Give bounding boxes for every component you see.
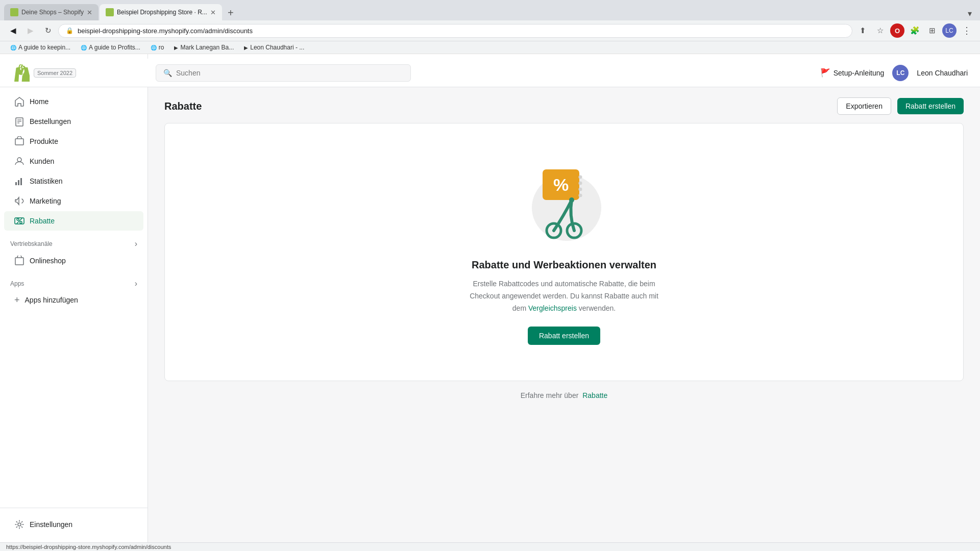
nav-home[interactable]: Home: [4, 92, 143, 111]
header-right: 🚩 Setup-Anleitung LC Leon Chaudhari: [820, 65, 968, 81]
shopify-header: Sommer 2022 🔍 🚩 Setup-Anleitung LC Leon …: [0, 59, 980, 87]
shopify-season-badge: Sommer 2022: [34, 68, 76, 78]
svg-point-35: [579, 188, 582, 191]
bookmark-3[interactable]: 🌐 ro: [146, 43, 168, 52]
main-page-header: Rabatte Exportieren Rabatt erstellen: [148, 87, 980, 123]
tab2-favicon: [106, 8, 114, 16]
nav-orders-label: Bestellungen: [30, 117, 71, 126]
svg-point-24: [17, 218, 19, 220]
tab1-favicon: [10, 8, 18, 16]
header-search-icon: 🔍: [163, 69, 172, 77]
tab1-title: Deine Shops – Shopify: [21, 9, 84, 16]
bookmark-4[interactable]: ▶ Mark Lanegan Ba...: [170, 43, 238, 52]
svg-point-25: [20, 221, 22, 223]
nav-settings-label: Einstellungen: [30, 520, 72, 529]
forward-button[interactable]: ▶: [23, 23, 38, 38]
customers-nav-icon: [14, 156, 24, 166]
apps-section-chevron[interactable]: ›: [135, 279, 137, 288]
svg-point-34: [579, 182, 582, 185]
learn-more-link-main[interactable]: Rabatte: [582, 391, 607, 399]
apps-section-label: Apps: [10, 280, 24, 287]
nav-settings[interactable]: Einstellungen: [4, 515, 143, 534]
svg-text:%: %: [553, 175, 569, 194]
svg-point-37: [569, 197, 574, 203]
nav-discounts-active[interactable]: Rabatte: [4, 211, 143, 231]
shopify-logo-area[interactable]: Sommer 2022: [12, 64, 148, 82]
share-button[interactable]: ⬆: [855, 23, 870, 38]
svg-rect-23: [20, 178, 22, 185]
main-export-button[interactable]: Exportieren: [837, 97, 891, 115]
sidebar-toggle[interactable]: ⊞: [925, 23, 939, 38]
browser-toolbar: ◀ ▶ ↻ 🔒 beispiel-dropshipping-store.mysh…: [0, 20, 980, 41]
tab2-close[interactable]: ✕: [210, 9, 216, 16]
svg-rect-21: [15, 182, 17, 185]
sidebar-settings-footer: Einstellungen: [0, 508, 148, 541]
bookmark-button[interactable]: ☆: [873, 23, 887, 38]
main-cta-button[interactable]: Rabatt erstellen: [528, 327, 600, 345]
vergleichspreis-link-main[interactable]: Vergleichspreis: [528, 304, 577, 312]
browser-tab-inactive[interactable]: Deine Shops – Shopify ✕: [4, 4, 99, 20]
svg-rect-22: [18, 180, 19, 185]
main-create-button[interactable]: Rabatt erstellen: [897, 98, 964, 114]
main-card: %: [164, 123, 964, 381]
shopify-main-logo: [14, 64, 30, 82]
bottom-status-bar: https://beispiel-dropshipping-store.mysh…: [0, 542, 980, 551]
nav-online-shop[interactable]: Onlineshop: [4, 251, 143, 270]
bookmark-2[interactable]: 🌐 A guide to Profits...: [77, 43, 144, 52]
online-shop-nav-icon: [14, 256, 24, 266]
nav-statistics[interactable]: Statistiken: [4, 171, 143, 191]
browser-chrome: Deine Shops – Shopify ✕ Beispiel Dropshi…: [0, 0, 980, 54]
bookmarks-bar: 🌐 A guide to keepin... 🌐 A guide to Prof…: [0, 41, 980, 54]
svg-point-33: [579, 176, 582, 179]
extensions-button[interactable]: 🧩: [908, 23, 922, 38]
main-sidebar: Home Bestellungen Produkte Kunden Statis…: [0, 87, 148, 541]
address-text: beispiel-dropshipping-store.myshopify.co…: [78, 27, 845, 35]
marketing-nav-icon: [14, 196, 24, 206]
browser-tab-active[interactable]: Beispiel Dropshipping Store · R... ✕: [100, 4, 222, 20]
nav-add-apps-label: Apps hinzufügen: [25, 296, 78, 304]
bookmark-5[interactable]: ▶ Leon Chaudhari - ...: [240, 43, 308, 52]
main-empty-title: Rabatte und Werbeaktionen verwalten: [472, 259, 656, 271]
browser-tabs-bar: Deine Shops – Shopify ✕ Beispiel Dropshi…: [0, 0, 980, 20]
address-bar[interactable]: 🔒 beispiel-dropshipping-store.myshopify.…: [58, 24, 852, 38]
menu-button[interactable]: ⋮: [960, 23, 974, 38]
main-header-actions: Exportieren Rabatt erstellen: [837, 97, 964, 115]
nav-orders[interactable]: Bestellungen: [4, 112, 143, 131]
nav-home-label: Home: [30, 97, 48, 106]
nav-online-shop-label: Onlineshop: [30, 257, 66, 265]
nav-marketing-label: Marketing: [30, 197, 61, 205]
vertriebskanale-chevron[interactable]: ›: [135, 239, 137, 248]
nav-marketing[interactable]: Marketing: [4, 191, 143, 211]
main-illustration: %: [518, 154, 610, 245]
profile-button[interactable]: LC: [942, 23, 957, 38]
statistics-nav-icon: [14, 176, 24, 186]
bookmark-1[interactable]: 🌐 A guide to keepin...: [6, 43, 75, 52]
svg-point-36: [579, 194, 582, 197]
nav-discounts-label: Rabatte: [30, 217, 55, 225]
main-page: Rabatte Exportieren Rabatt erstellen %: [148, 87, 980, 541]
lock-icon: 🔒: [66, 27, 74, 34]
header-search-bar[interactable]: 🔍: [156, 64, 411, 82]
user-name[interactable]: Leon Chaudhari: [917, 69, 968, 77]
setup-guide[interactable]: 🚩 Setup-Anleitung: [820, 68, 885, 78]
nav-customers[interactable]: Kunden: [4, 152, 143, 171]
opera-button[interactable]: O: [890, 23, 904, 38]
back-button[interactable]: ◀: [6, 23, 20, 38]
discounts-nav-icon: [14, 216, 24, 226]
tab2-title: Beispiel Dropshipping Store · R...: [117, 9, 207, 16]
nav-add-apps[interactable]: + Apps hinzufügen: [4, 291, 143, 309]
user-avatar[interactable]: LC: [892, 65, 909, 81]
plus-icon: +: [14, 295, 20, 305]
new-tab-button[interactable]: +: [223, 5, 238, 20]
tab1-close[interactable]: ✕: [87, 9, 92, 16]
nav-customers-label: Kunden: [30, 157, 54, 165]
desc-part2: verwenden.: [579, 304, 616, 312]
discount-illustration-svg: %: [518, 154, 610, 243]
svg-rect-28: [15, 258, 23, 265]
products-nav-icon: [14, 136, 24, 146]
svg-rect-15: [16, 118, 23, 126]
learn-more-text: Erfahre mehr über: [521, 391, 579, 399]
reload-button[interactable]: ↻: [41, 23, 55, 38]
nav-products[interactable]: Produkte: [4, 132, 143, 151]
header-search-input[interactable]: [176, 69, 403, 77]
